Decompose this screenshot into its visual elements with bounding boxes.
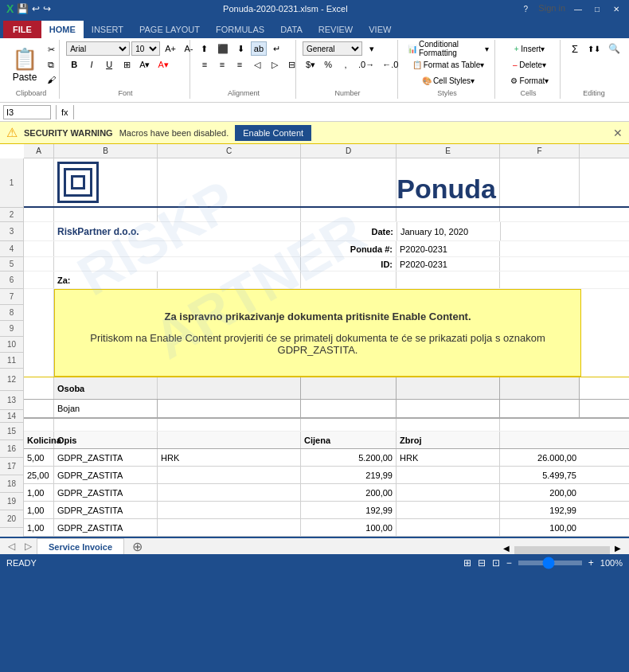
cell-6E[interactable]	[397, 272, 500, 288]
redo-icon[interactable]: ↪	[43, 3, 51, 14]
cell-5A[interactable]	[24, 257, 54, 271]
formulas-tab[interactable]: FORMULAS	[208, 21, 272, 38]
data-tab[interactable]: DATA	[272, 21, 311, 38]
align-center-button[interactable]: ≡	[214, 57, 230, 72]
cell-13A[interactable]	[24, 400, 54, 417]
cell-2A[interactable]	[24, 208, 54, 221]
cell-3D[interactable]: Date:	[302, 222, 397, 240]
cell-6A[interactable]	[24, 272, 54, 288]
cell-3F[interactable]	[501, 222, 580, 240]
cell-15B[interactable]: Opis	[54, 432, 158, 448]
cell-17E[interactable]	[397, 467, 500, 483]
page-layout-tab[interactable]: PAGE LAYOUT	[131, 21, 208, 38]
home-tab[interactable]: HOME	[41, 21, 84, 38]
quick-save-icon[interactable]: 💾	[17, 3, 29, 14]
cell-18F[interactable]: 200,00	[500, 484, 580, 501]
sort-filter-button[interactable]: ⬆⬇	[584, 41, 604, 56]
format-button[interactable]: ⚙ Format▾	[502, 73, 557, 88]
cell-2E[interactable]	[397, 208, 500, 221]
cell-1F[interactable]	[500, 158, 580, 206]
row-num-16[interactable]: 16	[0, 440, 23, 458]
cell-15E[interactable]: Zbroj	[397, 432, 500, 448]
cell-5B[interactable]	[54, 257, 301, 271]
cell-6F[interactable]	[500, 272, 580, 288]
maximize-button[interactable]: □	[591, 3, 604, 14]
font-color-button[interactable]: A▾	[154, 57, 171, 72]
font-size-select[interactable]: 10	[131, 41, 160, 56]
row-num-20[interactable]: 20	[0, 510, 23, 528]
comma-button[interactable]: ,	[338, 57, 354, 72]
row-num-18[interactable]: 18	[0, 475, 23, 493]
security-close-button[interactable]: ✕	[613, 127, 623, 139]
cell-19A[interactable]: 1,00	[24, 502, 54, 518]
cell-16C[interactable]: HRK	[158, 449, 301, 466]
cell-3A[interactable]	[24, 222, 54, 240]
bold-button[interactable]: B	[66, 57, 82, 72]
cell-12C[interactable]	[158, 377, 301, 399]
file-tab[interactable]: FILE	[3, 21, 41, 38]
cell-20D[interactable]: 100,00	[301, 519, 397, 536]
align-middle-button[interactable]: ⬛	[214, 41, 232, 56]
cell-4F[interactable]	[500, 241, 580, 256]
cell-12B[interactable]: Osoba	[54, 377, 158, 399]
zoom-plus-icon[interactable]: +	[588, 557, 594, 568]
name-box[interactable]	[3, 105, 51, 119]
enable-content-button[interactable]: Enable Content	[235, 125, 311, 141]
cell-18C[interactable]	[158, 484, 301, 501]
border-button[interactable]: ⊞	[119, 57, 135, 72]
cell-1D[interactable]	[301, 158, 397, 206]
cell-3E[interactable]: January 10, 2020	[397, 222, 501, 240]
cell-13D[interactable]	[301, 400, 397, 417]
row-num-14[interactable]: 14	[0, 410, 23, 423]
cell-12E[interactable]	[397, 377, 500, 399]
percent-button[interactable]: %	[320, 57, 336, 72]
cell-16F[interactable]: 26.000,00	[500, 449, 580, 466]
cell-2F[interactable]	[500, 208, 580, 221]
row-num-4[interactable]: 4	[0, 241, 23, 257]
fill-color-button[interactable]: A▾	[136, 57, 153, 72]
wrap-text-button[interactable]: ↵	[268, 41, 284, 56]
currency-button[interactable]: $▾	[303, 57, 318, 72]
layout-view-icon[interactable]: ⊟	[478, 557, 486, 568]
col-header-E[interactable]: E	[397, 144, 500, 158]
cut-button[interactable]: ✂	[43, 42, 59, 57]
close-button[interactable]: ✕	[610, 3, 623, 14]
cell-2C[interactable]	[158, 208, 301, 221]
row-num-13[interactable]: 13	[0, 391, 23, 410]
align-bottom-button[interactable]: ⬇	[233, 41, 249, 56]
col-header-C[interactable]: C	[158, 144, 301, 158]
row-num-5[interactable]: 5	[0, 257, 23, 272]
page-view-icon[interactable]: ⊞	[463, 557, 471, 568]
cell-15D[interactable]: Cijena	[301, 432, 397, 448]
format-painter-button[interactable]: 🖌	[43, 72, 59, 87]
help-button[interactable]: ?	[519, 3, 532, 14]
row-num-10[interactable]: 10	[0, 337, 23, 353]
increase-font-button[interactable]: A+	[162, 41, 179, 56]
cell-15F[interactable]	[500, 432, 580, 448]
cell-19D[interactable]: 192,99	[301, 502, 397, 518]
col-header-F[interactable]: F	[500, 144, 580, 158]
cell-13E[interactable]	[397, 400, 500, 417]
conditional-formatting-button[interactable]: 📊 Conditional Formatting▾	[404, 41, 492, 56]
italic-button[interactable]: I	[84, 57, 100, 72]
cell-5E[interactable]: P2020-0231	[397, 257, 500, 271]
row-num-8[interactable]: 8	[0, 305, 23, 321]
number-format-select[interactable]: General	[303, 41, 362, 56]
cell-5D[interactable]: ID:	[301, 257, 397, 271]
cell-1A[interactable]	[24, 158, 54, 206]
increase-indent-button[interactable]: ▷	[267, 57, 283, 72]
insert-button[interactable]: + Insert▾	[502, 41, 557, 56]
font-name-select[interactable]: Arial	[66, 41, 130, 56]
cell-19F[interactable]: 192,99	[500, 502, 580, 518]
cell-6C[interactable]	[158, 272, 301, 288]
row-num-3[interactable]: 3	[0, 222, 23, 241]
tab-scroll-right[interactable]: ▷	[20, 538, 37, 554]
cell-17A[interactable]: 25,00	[24, 467, 54, 483]
cell-6D[interactable]	[301, 272, 397, 288]
cell-2B[interactable]	[54, 208, 158, 221]
cell-styles-button[interactable]: 🎨 Cell Styles▾	[404, 73, 492, 88]
row-num-7[interactable]: 7	[0, 289, 23, 305]
cell-20E[interactable]	[397, 519, 500, 536]
cell-13C[interactable]	[158, 400, 301, 417]
cell-17C[interactable]	[158, 467, 301, 483]
